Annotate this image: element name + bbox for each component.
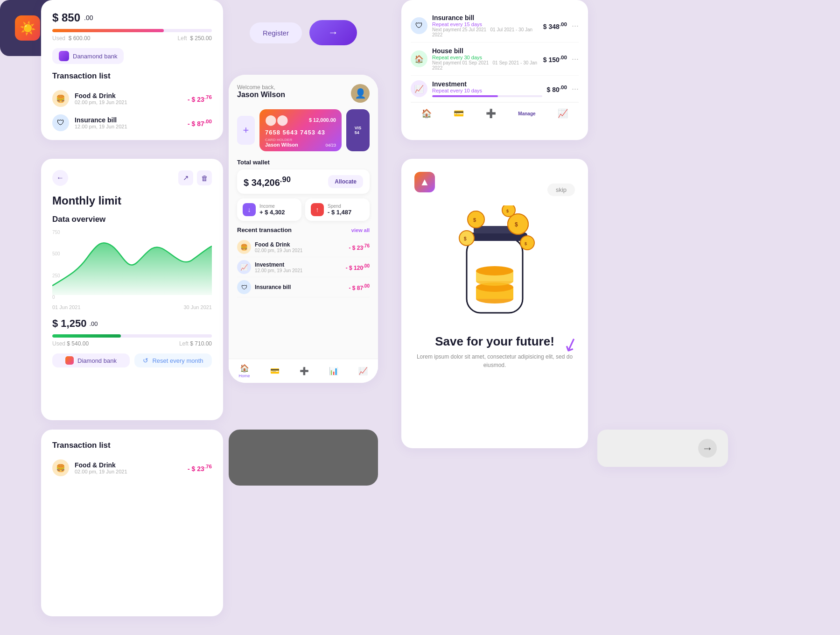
top-progress-fill [52,29,164,32]
savings-subtitle: Lorem ipsum dolor sit amet, consectetur … [414,353,575,369]
app-logo: ▲ [414,172,435,192]
view-all-link[interactable]: view all [351,227,370,233]
register-button[interactable]: Register [250,22,302,43]
sun-icon: ☀️ [15,15,40,41]
top-amount: $ 850 [52,11,80,24]
table-row: 🛡 Insurance bill 12.00 pm, 19 Jun 2021 -… [52,111,212,135]
trend-icon: 📈 [358,367,368,375]
ins-phone-icon: 🛡 [237,280,251,294]
bank-name: Danamond bank [73,53,117,60]
bills-add-icon: ➕ [486,108,496,119]
bills-nav-trend[interactable]: 📈 [558,108,568,119]
cards-row: + ⬤⬤ $ 12,000.00 7658 5643 7453 43 CARD … [237,109,370,151]
far-arrow-icon[interactable]: → [698,439,717,458]
table-row: 🍔 Food & Drink 02.00 pm, 19 Jun 2021 - $… [52,456,212,480]
center-bottom-panel [229,430,378,486]
food-icon-2: 🍔 [52,459,69,476]
table-row: 🍔 Food & Drink 02.00 pm, 19 Jun 2021 - $… [52,86,212,111]
svg-text:$: $ [473,217,476,223]
allocate-button[interactable]: Allocate [328,175,363,188]
chart-area: 7505002500 [52,230,212,300]
welcome-row: Welcome back, Jason Wilson 👤 [237,84,370,103]
bills-home-icon: 🏠 [421,108,432,119]
bottom-nav: 🏠 Home 💳 ➕ 📊 📈 [229,359,378,383]
limit-progress-fill [52,334,121,338]
far-right-arrow-panel: → [597,430,728,467]
list-item: 🛡 Insurance bill Repeat every 15 days Ne… [411,9,579,42]
phone-panel: Welcome back, Jason Wilson 👤 + ⬤⬤ $ 12,0… [229,75,378,383]
top-left-label: Left $ 250.00 [178,35,212,42]
more-icon-2[interactable]: ··· [572,54,579,64]
insurance-icon: 🛡 [52,114,69,131]
svg-text:$: $ [515,221,518,228]
bills-nav-home[interactable]: 🏠 [421,108,432,119]
arrow-button[interactable]: → [309,20,357,45]
nav-chart[interactable]: 📊 [329,367,338,375]
investment-icon: 📈 [411,80,427,97]
phone-tx-list: 🍔 Food & Drink 02.00 pm, 19 Jun 2021 - $… [237,237,370,297]
bills-nav-wallet[interactable]: 💳 [454,108,464,119]
food-phone-icon: 🍔 [237,240,251,254]
tx-section-title-2: Transaction list [52,441,212,450]
bank-badge: Danamond bank [52,48,124,64]
add-icon: ➕ [300,367,309,375]
wallet-row: $ 34,206.90 Allocate [237,169,370,194]
bills-nav-add[interactable]: ➕ [486,108,496,119]
skip-button[interactable]: skip [547,183,575,196]
nav-add[interactable]: ➕ [300,367,309,375]
back-button[interactable]: ← [52,170,68,186]
tx-section-title: Transaction list [52,71,212,81]
spend-icon: ↑ [311,203,324,216]
welcome-text: Welcome back, [237,84,285,91]
reset-badge: ↺ Reset every month [134,353,212,367]
delete-button[interactable]: 🗑 [197,170,212,185]
top-used-label: Used $ 600.00 [52,35,90,42]
tx-list-top: 🍔 Food & Drink 02.00 pm, 19 Jun 2021 - $… [52,86,212,135]
recent-header: Recent transaction view all [237,226,370,233]
diamond-icon [65,356,74,365]
bottom-left-panel: Transaction list 🍔 Food & Drink 02.00 pm… [41,430,223,616]
nav-home[interactable]: 🏠 Home [239,364,250,378]
wallet-title: Total wallet [237,159,370,166]
monthly-limit-title: Monthly limit [52,194,212,207]
second-card: VIS54 [346,109,370,151]
credit-card: ⬤⬤ $ 12,000.00 7658 5643 7453 43 CARD HO… [259,109,342,151]
inv-phone-icon: 📈 [237,260,251,274]
user-name: Jason Wilson [237,91,285,99]
limit-cents: .00 [89,320,98,327]
svg-text:$: $ [506,209,509,213]
bank-icon [59,51,69,61]
coin-jar: $ $ $ $ $ [448,205,541,327]
income-icon: ↓ [243,203,256,216]
bills-wallet-icon: 💳 [454,108,464,119]
spend-card: ↑ Spend - $ 1,487 [305,198,370,221]
bills-panel: 🛡 Insurance bill Repeat every 15 days Ne… [401,0,588,140]
phone-content: Welcome back, Jason Wilson 👤 + ⬤⬤ $ 12,0… [229,75,378,383]
svg-point-16 [459,231,474,246]
svg-point-14 [520,236,534,250]
monthly-limit-panel: ← ↗ 🗑 Monthly limit Data overview 750500… [41,159,223,420]
chart-y-labels: 7505002500 [52,230,60,300]
list-item: 🏠 House bill Repeat every 30 days Next p… [411,42,579,76]
limit-amount: $ 1,250 [52,318,86,330]
investment-progress-fill [432,95,498,97]
share-button[interactable]: ↗ [178,170,193,185]
income-spend-row: ↓ Income + $ 4,302 ↑ Spend - $ 1,487 [237,198,370,221]
bills-nav-manage[interactable]: Manage [518,111,535,116]
more-icon[interactable]: ··· [572,21,579,31]
svg-point-8 [476,266,513,275]
savings-title: Save for your future! [435,334,554,349]
nav-wallet[interactable]: 💳 [270,367,280,375]
income-card: ↓ Income + $ 4,302 [237,198,301,221]
house-bill-icon: 🏠 [411,50,427,67]
more-icon-3[interactable]: ··· [572,84,579,94]
add-card-button[interactable]: + [237,116,255,145]
list-item: 📈 Investment Repeat every 10 days $ 80.0… [411,76,579,102]
chart-icon: 📊 [329,367,338,375]
list-item: 🛡 Insurance bill - $ 87.00 [237,277,370,297]
jar-svg: $ $ $ $ $ [448,205,541,327]
chart-dates: 01 Jun 2021 30 Jun 2021 [52,304,212,310]
chart-svg [52,230,212,295]
nav-trend[interactable]: 📈 [358,367,368,375]
top-left-panel: $ 850 .00 Used $ 600.00 Left $ 250.00 Da… [41,0,223,140]
